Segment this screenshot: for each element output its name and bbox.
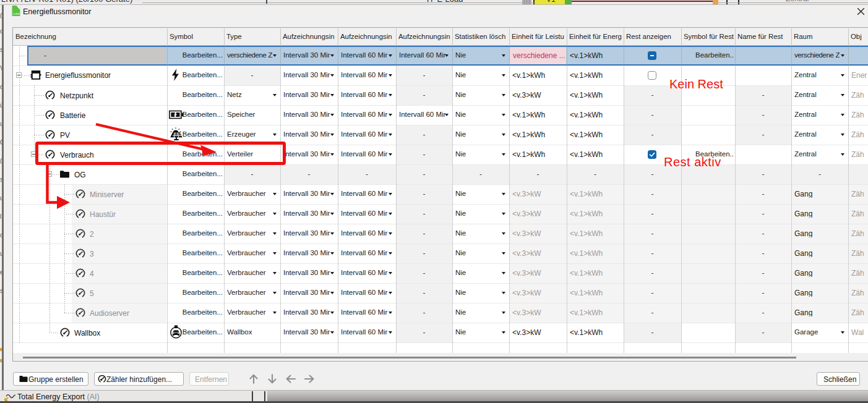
svg-text:CONFIG: CONFIG <box>13 13 20 15</box>
